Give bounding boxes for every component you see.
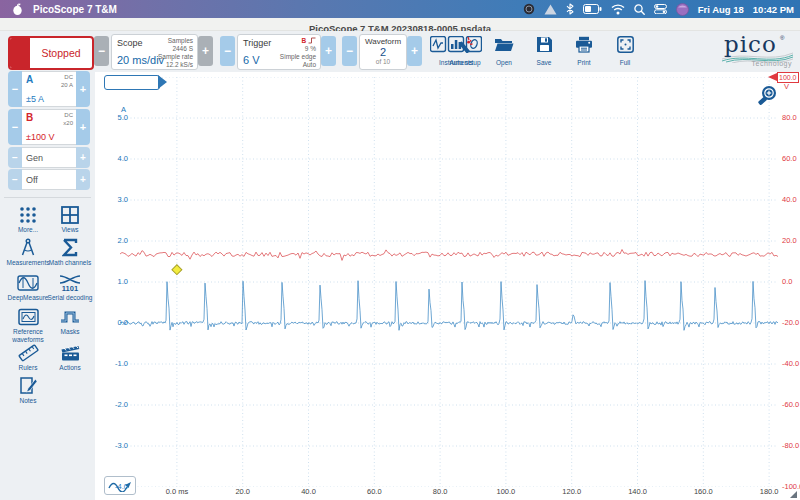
- channel-b-chip[interactable]: − B DCx20 ±100 V +: [8, 109, 90, 145]
- left-sidebar: − A DC20 A ±5 A + − B DCx20 ±100 V + −: [0, 72, 95, 500]
- notes-icon: [19, 376, 38, 395]
- channel-a-minus-button[interactable]: −: [8, 71, 22, 107]
- aux-row[interactable]: − Off +: [8, 169, 90, 190]
- channel-b-minus-button[interactable]: −: [8, 109, 22, 145]
- sidebar-item-masks[interactable]: Masks: [46, 308, 94, 336]
- sidebar-item-reference-waveforms[interactable]: Reference waveforms: [4, 308, 52, 344]
- full-button[interactable]: Full: [605, 36, 645, 68]
- time-axis-tick: 180.0: [749, 488, 789, 496]
- autosetup-button[interactable]: Auto setup: [445, 36, 485, 68]
- sidebar-divider: [4, 197, 91, 198]
- trigger-source: B: [301, 37, 306, 44]
- left-axis-tick: 3.0: [95, 196, 128, 204]
- sidebar-item-deepmeasure[interactable]: DeepMeasure: [4, 274, 52, 302]
- trigger-label: Trigger: [243, 38, 271, 48]
- time-axis-tick: 60.0: [354, 488, 394, 496]
- trigger-time-tab[interactable]: [104, 75, 160, 90]
- apple-icon[interactable]: [12, 3, 23, 16]
- aux-label: Off: [22, 170, 76, 190]
- sidebar-item-rulers[interactable]: Rulers: [4, 344, 52, 372]
- record-icon[interactable]: [523, 3, 535, 15]
- left-axis-tick: -1.0: [95, 360, 128, 368]
- right-axis-tick: 40.0: [782, 196, 797, 204]
- globe-icon[interactable]: [676, 3, 689, 16]
- bluetooth-icon[interactable]: [566, 3, 574, 15]
- battery-icon[interactable]: [583, 4, 602, 14]
- svg-text:1101: 1101: [62, 284, 78, 292]
- waveform-minus-button[interactable]: −: [342, 36, 357, 66]
- waveform-of: of 10: [360, 58, 406, 65]
- trigger-panel[interactable]: Trigger 6 V B 9 % Simple edge Auto: [237, 34, 321, 70]
- left-axis-tick: 1.0: [95, 278, 128, 286]
- save-button[interactable]: Save: [524, 36, 564, 68]
- time-axis-tick: 80.0: [420, 488, 460, 496]
- sidebar-item-measurements[interactable]: Measurements: [4, 238, 52, 267]
- grid-lines: [120, 77, 778, 487]
- trigger-plus-button[interactable]: +: [321, 36, 336, 66]
- menubar-app-name[interactable]: PicoScope 7 T&M: [33, 4, 117, 15]
- open-folder-icon: [494, 36, 514, 57]
- sidebar-item-actions[interactable]: Actions: [46, 344, 94, 372]
- generator-minus-button[interactable]: −: [8, 147, 22, 168]
- wifi-icon[interactable]: [611, 4, 625, 15]
- trigger-minus-button[interactable]: −: [220, 36, 235, 66]
- right-axis-tick: 60.0: [782, 155, 797, 163]
- sidebar-item-math-channels[interactable]: Math channels: [46, 238, 94, 267]
- sidebar-item-notes[interactable]: Notes: [4, 376, 52, 405]
- time-axis-tick: 100.0: [486, 488, 526, 496]
- right-axis-tick: 20.0: [782, 237, 797, 245]
- full-screen-icon: [617, 36, 634, 57]
- sidebar-item-views[interactable]: Views: [46, 206, 94, 234]
- generator-plus-button[interactable]: +: [76, 147, 90, 168]
- channel-b-plus-button[interactable]: +: [76, 109, 90, 145]
- left-axis-tick: -3.0: [95, 442, 128, 450]
- sidebar-item-more[interactable]: More...: [4, 206, 52, 234]
- waveform-panel[interactable]: Waveform 2 of 10: [359, 34, 407, 70]
- left-axis-tick: -4.0: [95, 483, 128, 491]
- time-axis-tick: 120.0: [552, 488, 592, 496]
- pico-technology-logo: pico® Technology: [720, 33, 794, 69]
- channel-a-chip[interactable]: − A DC20 A ±5 A +: [8, 71, 90, 107]
- scope-plus-button[interactable]: +: [198, 36, 213, 66]
- channel-b-name: B: [26, 112, 33, 123]
- time-axis-tick: 40.0: [289, 488, 329, 496]
- picoscope-app-window: PicoScope 7 T&M: [0, 0, 800, 500]
- channel-b-trace[interactable]: [120, 250, 778, 261]
- masks-icon: [59, 308, 81, 326]
- time-axis-tick: 0.0 ms: [157, 488, 197, 496]
- menubar-time[interactable]: 10:42 PM: [753, 4, 794, 15]
- stopped-button[interactable]: Stopped: [8, 36, 94, 70]
- sidebar-item-serial-decoding[interactable]: 1101 Serial decoding: [46, 274, 94, 302]
- time-axis-tick: 20.0: [223, 488, 263, 496]
- scope-label: Scope: [117, 38, 143, 48]
- channel-a-plus-button[interactable]: +: [76, 71, 90, 107]
- scope-panel[interactable]: Scope 20 ms/div Samples 2446 S Sample ra…: [111, 34, 198, 70]
- channel-b-axis-arrow[interactable]: [768, 73, 777, 81]
- left-axis-tick: 0.0: [95, 319, 128, 327]
- control-center-icon[interactable]: [654, 4, 667, 14]
- prism-icon[interactable]: [544, 4, 557, 15]
- aux-plus-button[interactable]: +: [76, 169, 90, 190]
- window-title-bar[interactable]: PicoScope 7 T&M 20230818-0005.psdata: [0, 18, 800, 31]
- left-axis-tick: -2.0: [95, 401, 128, 409]
- zoom-magnifier-icon[interactable]: [756, 85, 778, 113]
- aux-minus-button[interactable]: −: [8, 169, 22, 190]
- scope-waveform-canvas[interactable]: [120, 77, 778, 487]
- generator-row[interactable]: − Gen +: [8, 147, 90, 168]
- right-axis-unit: V: [784, 82, 789, 91]
- print-button[interactable]: Print: [564, 36, 604, 68]
- spotlight-search-icon[interactable]: [634, 4, 645, 15]
- channel-a-coupling: DC20 A: [61, 74, 73, 89]
- rulers-icon: [18, 344, 39, 362]
- channel-a-name: A: [26, 74, 33, 85]
- reference-waveforms-icon: [18, 308, 39, 326]
- trigger-point-marker[interactable]: [172, 265, 182, 275]
- waveform-plus-button[interactable]: +: [407, 36, 422, 66]
- time-axis-tick: 160.0: [683, 488, 723, 496]
- resize-corner-icon[interactable]: [789, 490, 798, 499]
- scope-plot[interactable]: A 100.0 V 5.04.03.02.01.00.0-1.0-2.0-3.0…: [95, 72, 800, 500]
- scope-minus-button[interactable]: −: [94, 36, 109, 66]
- menubar-date[interactable]: Fri Aug 18: [698, 4, 744, 15]
- trigger-mode: Simple edge: [280, 53, 316, 60]
- open-button[interactable]: Open: [484, 36, 524, 68]
